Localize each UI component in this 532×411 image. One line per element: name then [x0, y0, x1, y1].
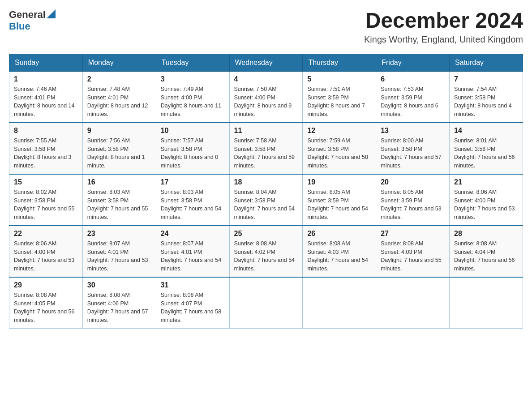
- table-row: [450, 277, 523, 329]
- day-number: 31: [161, 281, 225, 289]
- day-info: Sunrise: 8:08 AM Sunset: 4:06 PM Dayligh…: [87, 291, 151, 325]
- day-number: 26: [307, 230, 371, 238]
- day-number: 10: [161, 127, 225, 135]
- table-row: 24 Sunrise: 8:07 AM Sunset: 4:01 PM Dayl…: [156, 226, 229, 277]
- day-info: Sunrise: 7:50 AM Sunset: 4:00 PM Dayligh…: [234, 85, 298, 119]
- day-number: 18: [234, 178, 298, 186]
- header-tuesday: Tuesday: [156, 54, 229, 71]
- day-info: Sunrise: 8:06 AM Sunset: 4:00 PM Dayligh…: [14, 240, 78, 273]
- table-row: 23 Sunrise: 8:07 AM Sunset: 4:01 PM Dayl…: [82, 226, 156, 277]
- logo-general-text: General: [9, 9, 46, 21]
- table-row: 5 Sunrise: 7:51 AM Sunset: 3:59 PM Dayli…: [303, 71, 376, 123]
- location-text: Kings Worthy, England, United Kingdom: [364, 34, 523, 45]
- day-number: 11: [234, 127, 298, 135]
- month-title: December 2024: [364, 9, 523, 33]
- day-number: 7: [454, 75, 518, 83]
- day-number: 20: [381, 178, 445, 186]
- table-row: 19 Sunrise: 8:05 AM Sunset: 3:59 PM Dayl…: [303, 174, 376, 226]
- calendar-week-1: 1 Sunrise: 7:46 AM Sunset: 4:01 PM Dayli…: [9, 71, 523, 123]
- table-row: 6 Sunrise: 7:53 AM Sunset: 3:59 PM Dayli…: [376, 71, 450, 123]
- day-number: 1: [14, 75, 78, 83]
- table-row: 12 Sunrise: 7:59 AM Sunset: 3:58 PM Dayl…: [303, 123, 376, 174]
- day-number: 6: [381, 75, 445, 83]
- day-number: 4: [234, 75, 298, 83]
- table-row: [229, 277, 303, 329]
- title-area: December 2024 Kings Worthy, England, Uni…: [364, 9, 523, 45]
- table-row: 30 Sunrise: 8:08 AM Sunset: 4:06 PM Dayl…: [82, 277, 156, 329]
- calendar-week-5: 29 Sunrise: 8:08 AM Sunset: 4:05 PM Dayl…: [9, 277, 523, 329]
- svg-marker-0: [47, 9, 56, 18]
- day-info: Sunrise: 8:03 AM Sunset: 3:58 PM Dayligh…: [161, 188, 225, 222]
- table-row: 11 Sunrise: 7:58 AM Sunset: 3:58 PM Dayl…: [229, 123, 303, 174]
- day-number: 12: [307, 127, 371, 135]
- day-number: 17: [161, 178, 225, 186]
- header-thursday: Thursday: [303, 54, 376, 71]
- day-info: Sunrise: 7:49 AM Sunset: 4:00 PM Dayligh…: [161, 85, 225, 119]
- day-number: 21: [454, 178, 518, 186]
- table-row: 13 Sunrise: 8:00 AM Sunset: 3:58 PM Dayl…: [376, 123, 450, 174]
- table-row: 2 Sunrise: 7:48 AM Sunset: 4:01 PM Dayli…: [82, 71, 156, 123]
- day-info: Sunrise: 8:08 AM Sunset: 4:04 PM Dayligh…: [454, 240, 518, 273]
- day-info: Sunrise: 8:05 AM Sunset: 3:59 PM Dayligh…: [307, 188, 371, 222]
- day-info: Sunrise: 8:06 AM Sunset: 4:00 PM Dayligh…: [454, 188, 518, 222]
- day-number: 2: [87, 75, 151, 83]
- table-row: 9 Sunrise: 7:56 AM Sunset: 3:58 PM Dayli…: [82, 123, 156, 174]
- day-number: 29: [14, 281, 78, 289]
- day-info: Sunrise: 8:07 AM Sunset: 4:01 PM Dayligh…: [161, 240, 225, 273]
- table-row: 28 Sunrise: 8:08 AM Sunset: 4:04 PM Dayl…: [450, 226, 523, 277]
- day-number: 16: [87, 178, 151, 186]
- day-number: 3: [161, 75, 225, 83]
- day-number: 14: [454, 127, 518, 135]
- table-row: 27 Sunrise: 8:08 AM Sunset: 4:03 PM Dayl…: [376, 226, 450, 277]
- day-info: Sunrise: 7:57 AM Sunset: 3:58 PM Dayligh…: [161, 137, 225, 170]
- day-info: Sunrise: 8:01 AM Sunset: 3:58 PM Dayligh…: [454, 137, 518, 170]
- table-row: 22 Sunrise: 8:06 AM Sunset: 4:00 PM Dayl…: [9, 226, 83, 277]
- day-info: Sunrise: 8:03 AM Sunset: 3:58 PM Dayligh…: [87, 188, 151, 222]
- day-number: 15: [14, 178, 78, 186]
- table-row: 20 Sunrise: 8:05 AM Sunset: 3:59 PM Dayl…: [376, 174, 450, 226]
- day-info: Sunrise: 8:08 AM Sunset: 4:07 PM Dayligh…: [161, 291, 225, 325]
- day-info: Sunrise: 8:07 AM Sunset: 4:01 PM Dayligh…: [87, 240, 151, 273]
- table-row: 25 Sunrise: 8:08 AM Sunset: 4:02 PM Dayl…: [229, 226, 303, 277]
- day-info: Sunrise: 8:08 AM Sunset: 4:02 PM Dayligh…: [234, 240, 298, 273]
- table-row: [376, 277, 450, 329]
- calendar-week-3: 15 Sunrise: 8:02 AM Sunset: 3:58 PM Dayl…: [9, 174, 523, 226]
- table-row: 14 Sunrise: 8:01 AM Sunset: 3:58 PM Dayl…: [450, 123, 523, 174]
- table-row: 17 Sunrise: 8:03 AM Sunset: 3:58 PM Dayl…: [156, 174, 229, 226]
- table-row: [303, 277, 376, 329]
- day-info: Sunrise: 7:59 AM Sunset: 3:58 PM Dayligh…: [307, 137, 371, 170]
- day-info: Sunrise: 7:53 AM Sunset: 3:59 PM Dayligh…: [381, 85, 445, 119]
- day-info: Sunrise: 7:58 AM Sunset: 3:58 PM Dayligh…: [234, 137, 298, 170]
- day-info: Sunrise: 7:56 AM Sunset: 3:58 PM Dayligh…: [87, 137, 151, 170]
- table-row: 3 Sunrise: 7:49 AM Sunset: 4:00 PM Dayli…: [156, 71, 229, 123]
- calendar-week-4: 22 Sunrise: 8:06 AM Sunset: 4:00 PM Dayl…: [9, 226, 523, 277]
- day-info: Sunrise: 7:46 AM Sunset: 4:01 PM Dayligh…: [14, 85, 78, 119]
- day-number: 23: [87, 230, 151, 238]
- day-info: Sunrise: 8:08 AM Sunset: 4:03 PM Dayligh…: [381, 240, 445, 273]
- day-info: Sunrise: 8:00 AM Sunset: 3:58 PM Dayligh…: [381, 137, 445, 170]
- day-number: 5: [307, 75, 371, 83]
- day-number: 8: [14, 127, 78, 135]
- table-row: 18 Sunrise: 8:04 AM Sunset: 3:58 PM Dayl…: [229, 174, 303, 226]
- day-number: 19: [307, 178, 371, 186]
- day-number: 25: [234, 230, 298, 238]
- calendar-week-2: 8 Sunrise: 7:55 AM Sunset: 3:58 PM Dayli…: [9, 123, 523, 174]
- day-number: 22: [14, 230, 78, 238]
- table-row: 31 Sunrise: 8:08 AM Sunset: 4:07 PM Dayl…: [156, 277, 229, 329]
- table-row: 21 Sunrise: 8:06 AM Sunset: 4:00 PM Dayl…: [450, 174, 523, 226]
- day-info: Sunrise: 8:02 AM Sunset: 3:58 PM Dayligh…: [14, 188, 78, 222]
- logo-triangle-icon: [47, 9, 56, 18]
- header-saturday: Saturday: [450, 54, 523, 71]
- calendar-table: Sunday Monday Tuesday Wednesday Thursday…: [9, 54, 523, 329]
- table-row: 4 Sunrise: 7:50 AM Sunset: 4:00 PM Dayli…: [229, 71, 303, 123]
- day-number: 27: [381, 230, 445, 238]
- logo: General Blue: [9, 9, 56, 32]
- day-number: 13: [381, 127, 445, 135]
- day-info: Sunrise: 7:48 AM Sunset: 4:01 PM Dayligh…: [87, 85, 151, 119]
- day-info: Sunrise: 8:08 AM Sunset: 4:03 PM Dayligh…: [307, 240, 371, 273]
- day-info: Sunrise: 7:51 AM Sunset: 3:59 PM Dayligh…: [307, 85, 371, 119]
- page-header: General Blue December 2024 Kings Worthy,…: [9, 9, 523, 45]
- day-number: 24: [161, 230, 225, 238]
- table-row: 16 Sunrise: 8:03 AM Sunset: 3:58 PM Dayl…: [82, 174, 156, 226]
- day-number: 30: [87, 281, 151, 289]
